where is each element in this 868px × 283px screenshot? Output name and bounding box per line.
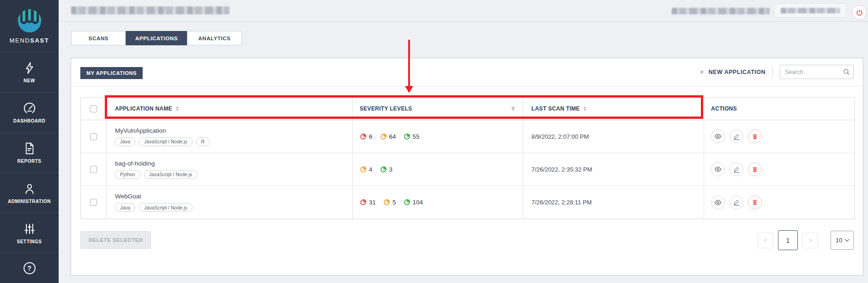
delete-button[interactable]	[748, 196, 762, 209]
user-icon	[23, 182, 36, 196]
severity-pie-icon	[360, 133, 367, 140]
pagination-next-button[interactable]: >	[802, 233, 818, 248]
applications-table: APPLICATION NAME SEVERITY LEVELS LAST SC…	[80, 97, 855, 219]
select-all-checkbox[interactable]	[90, 105, 97, 112]
account-selector[interactable]	[774, 3, 846, 18]
applications-panel: MY APPLICATIONS + NEW APPLICATION APPLIC…	[71, 58, 863, 276]
view-button[interactable]	[711, 129, 725, 143]
last-scan-time: 7/26/2022, 2:35:32 PM	[531, 166, 592, 173]
sidebar-item-new[interactable]: NEW	[0, 52, 59, 92]
pencil-icon	[733, 166, 740, 173]
sidebar-item-dashboard[interactable]: DASHBOARD	[0, 92, 59, 133]
page-title-redacted	[71, 6, 229, 14]
language-tag: Java	[115, 137, 135, 146]
sliders-icon	[23, 222, 36, 236]
tab-analytics[interactable]: ANALYTICS	[187, 31, 242, 45]
sidebar-item-administration[interactable]: ADMINISTRATION	[0, 173, 59, 213]
sort-icon	[176, 106, 179, 111]
delete-button[interactable]	[748, 129, 762, 143]
language-tag: JavaScript / Node.js	[144, 170, 197, 179]
row-checkbox[interactable]	[90, 166, 97, 173]
topbar-divider	[59, 21, 868, 22]
sidebar-item-settings[interactable]: SETTINGS	[0, 213, 59, 253]
lightning-icon	[23, 61, 36, 75]
tab-applications[interactable]: APPLICATIONS	[126, 31, 187, 45]
search-box	[780, 65, 854, 79]
row-checkbox[interactable]	[90, 133, 97, 140]
tag-list: Java JavaScript / Node.js	[115, 203, 193, 212]
tag-list: Java JavaScript / Node.js R	[115, 137, 210, 146]
language-tag: Python	[115, 170, 140, 179]
new-application-button[interactable]: + NEW APPLICATION	[699, 68, 766, 77]
sidebar-item-label: SETTINGS	[17, 239, 42, 244]
search-input[interactable]	[780, 65, 854, 79]
toolbar-right: + NEW APPLICATION	[699, 65, 854, 79]
sidebar-item-reports[interactable]: REPORTS	[0, 133, 59, 173]
delete-button[interactable]	[748, 162, 762, 176]
severity-high: 6	[360, 133, 373, 140]
severity-high: 31	[360, 199, 376, 206]
language-tag: JavaScript / Node.js	[139, 203, 192, 212]
severity-pie-icon	[360, 199, 367, 206]
severity-levels: 4 3	[360, 166, 392, 173]
view-button[interactable]	[711, 162, 725, 176]
search-icon[interactable]	[843, 68, 850, 75]
account-name-redacted	[781, 8, 840, 13]
new-application-label: NEW APPLICATION	[709, 69, 766, 75]
trash-icon	[752, 166, 758, 173]
column-header-last-scan-time[interactable]: LAST SCAN TIME	[523, 98, 704, 120]
severity-pie-icon	[380, 166, 387, 173]
last-scan-time: 7/26/2022, 2:28:11 PM	[531, 199, 592, 206]
sidebar: MENDSAST NEW DASHBOARD REPORTS ADMINISTR…	[0, 0, 59, 283]
page-size-select[interactable]: 10	[831, 231, 854, 250]
language-tag: JavaScript / Node.js	[139, 137, 192, 146]
sidebar-item-label: NEW	[24, 78, 35, 83]
edit-button[interactable]	[729, 162, 743, 176]
application-name[interactable]: MyVulnApplication	[115, 127, 210, 134]
logout-button[interactable]	[852, 5, 867, 20]
pagination-page-1[interactable]: 1	[778, 230, 798, 250]
pagination-prev-button[interactable]: <	[758, 233, 773, 248]
application-name[interactable]: bag-of-holding	[115, 160, 197, 167]
severity-pie-icon	[360, 166, 367, 173]
last-scan-time: 8/9/2022, 2:07:00 PM	[531, 133, 589, 140]
tag-list: Python JavaScript / Node.js	[115, 170, 197, 179]
severity-medium: 5	[383, 199, 396, 206]
column-header-application-name[interactable]: APPLICATION NAME	[107, 98, 353, 120]
edit-button[interactable]	[729, 196, 743, 209]
tab-scans[interactable]: SCANS	[71, 31, 126, 45]
severity-low: 55	[404, 133, 420, 140]
trash-icon	[752, 133, 758, 140]
edit-button[interactable]	[729, 129, 743, 143]
pencil-icon	[733, 133, 740, 140]
severity-medium: 4	[360, 166, 373, 173]
sidebar-item-label: ADMINISTRATION	[8, 199, 51, 204]
severity-low: 3	[380, 166, 393, 173]
severity-pie-icon	[383, 199, 390, 206]
severity-pie-icon	[404, 133, 410, 140]
filter-icon[interactable]	[510, 106, 516, 112]
delete-selected-button[interactable]: DELETE SELECTED	[80, 231, 151, 249]
toolbar-divider	[71, 86, 863, 86]
toolbar-vertical-divider	[772, 67, 773, 78]
view-button[interactable]	[711, 196, 725, 209]
sidebar-item-help[interactable]: ?	[0, 253, 59, 283]
brand-name: MENDSAST	[10, 37, 49, 44]
severity-pie-icon	[380, 133, 387, 140]
brand-logo-block[interactable]: MENDSAST	[0, 0, 59, 52]
gauge-icon	[23, 101, 36, 115]
sidebar-item-label: REPORTS	[18, 159, 42, 164]
severity-medium: 64	[380, 133, 396, 140]
help-icon: ?	[24, 262, 36, 274]
eye-icon	[714, 133, 722, 140]
severity-low: 104	[404, 199, 423, 206]
language-tag: R	[196, 137, 210, 146]
row-checkbox[interactable]	[90, 199, 97, 206]
report-icon	[23, 142, 36, 155]
language-tag: Java	[115, 203, 135, 212]
table-row: MyVulnApplication Java JavaScript / Node…	[81, 120, 854, 153]
application-name[interactable]: WebGoat	[115, 193, 193, 200]
eye-icon	[714, 199, 722, 206]
severity-levels: 31 5 104	[360, 199, 423, 206]
severity-levels: 6 64 55	[360, 133, 420, 140]
